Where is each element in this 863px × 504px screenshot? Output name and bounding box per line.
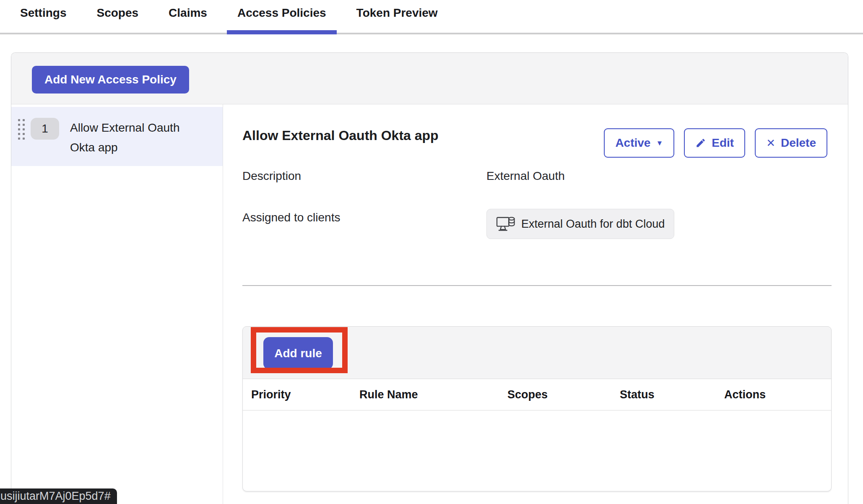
column-status: Status (620, 388, 655, 401)
policy-list: 1 Allow External Oauth Okta app (11, 104, 223, 504)
drag-dots-icon[interactable] (18, 119, 25, 141)
column-rule-name: Rule Name (359, 388, 418, 401)
pencil-icon (695, 138, 706, 148)
edit-button[interactable]: Edit (684, 128, 745, 158)
chevron-down-icon: ▼ (656, 140, 663, 147)
policy-actions: Active ▼ Edit ✕ Delete (604, 128, 827, 158)
policy-detail-panel: Allow External Oauth Okta app Active ▼ E… (223, 104, 848, 504)
section-divider (242, 285, 832, 286)
tab-claims[interactable]: Claims (169, 0, 207, 33)
policy-title: Allow External Oauth Okta app (242, 128, 439, 143)
rules-panel: Add rule Priority Rule Name Scopes Statu… (242, 326, 832, 491)
close-icon: ✕ (766, 138, 775, 148)
client-chip[interactable]: External Oauth for dbt Cloud (486, 209, 674, 239)
tab-access-policies[interactable]: Access Policies (237, 0, 326, 33)
delete-button[interactable]: ✕ Delete (755, 128, 827, 158)
access-policies-card: Add New Access Policy (11, 52, 848, 504)
tab-settings[interactable]: Settings (20, 0, 66, 33)
column-actions: Actions (724, 388, 766, 401)
tab-bar: Settings Scopes Claims Access Policies T… (0, 0, 863, 34)
tab-scopes[interactable]: Scopes (96, 0, 138, 33)
policy-priority-badge: 1 (31, 118, 59, 140)
rules-table-body (243, 410, 831, 491)
assigned-clients-label: Assigned to clients (242, 211, 340, 224)
column-scopes: Scopes (507, 388, 548, 401)
column-priority: Priority (251, 388, 291, 401)
edit-label: Edit (712, 136, 734, 150)
link-preview-tooltip: usijiutarM7Aj0Ep5d7# (0, 488, 117, 504)
add-new-access-policy-button[interactable]: Add New Access Policy (32, 66, 189, 94)
access-policies-page: Settings Scopes Claims Access Policies T… (0, 0, 863, 504)
policy-name-label: Allow External Oauth Okta app (70, 118, 190, 157)
status-dropdown-button[interactable]: Active ▼ (604, 128, 674, 158)
description-label: Description (242, 169, 301, 183)
description-value: External Oauth (486, 169, 565, 183)
add-rule-button[interactable]: Add rule (263, 337, 333, 369)
computer-database-icon (496, 216, 515, 232)
delete-label: Delete (781, 136, 816, 150)
rules-toolbar: Add rule (243, 327, 831, 379)
policy-list-item[interactable]: 1 Allow External Oauth Okta app (11, 107, 223, 166)
tab-token-preview[interactable]: Token Preview (356, 0, 438, 33)
rules-table-header: Priority Rule Name Scopes Status Actions (243, 379, 831, 410)
policies-body: 1 Allow External Oauth Okta app Allow Ex… (11, 104, 848, 504)
policies-toolbar: Add New Access Policy (11, 53, 848, 104)
status-label: Active (615, 136, 650, 150)
client-chip-label: External Oauth for dbt Cloud (521, 218, 665, 231)
